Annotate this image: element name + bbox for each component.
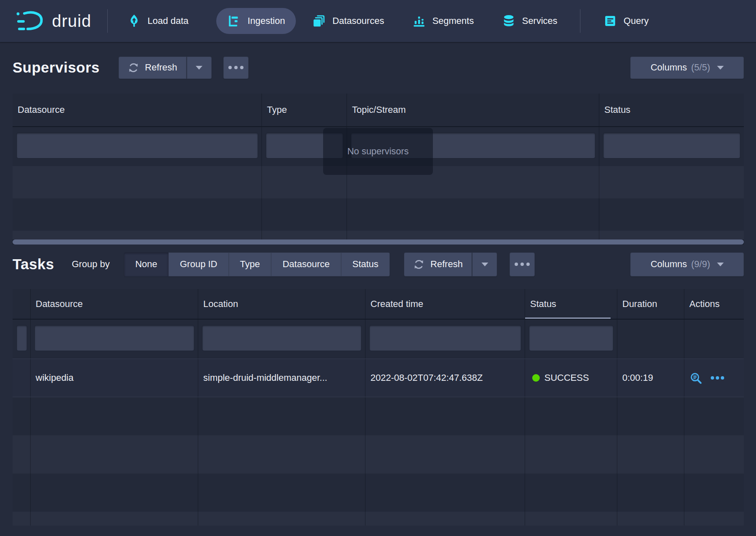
filter-input-status[interactable] [603,133,740,158]
cell-location: simple-druid-middlemanager... [198,359,365,397]
nav-item-datasources[interactable]: Datasources [310,8,386,34]
top-nav: druid Load data Ing [0,0,756,42]
sort-indicator [525,317,611,319]
nav-item-label: Services [522,16,557,26]
column-header-duration[interactable]: Duration [617,289,684,319]
status-success-dot [532,374,540,382]
cell-datasource: wikipedia [31,359,198,397]
filter-input-created-time[interactable] [370,325,521,351]
group-by-type-button[interactable]: Type [229,252,272,276]
services-icon [502,14,516,28]
column-header-datasource[interactable]: Datasource [13,94,262,126]
task-row-wikipedia[interactable]: wikipedia simple-druid-middlemanager... … [13,359,744,397]
refresh-button[interactable]: Refresh [119,57,186,79]
column-header-status[interactable]: Status [525,289,617,319]
supervisors-toolbar: Supervisors Refresh [13,56,744,79]
nav-item-label: Load data [148,16,189,26]
supervisors-table-header: Datasource Type Topic/Stream Status [13,94,744,127]
load-data-icon [127,14,141,28]
nav-item-load-data[interactable]: Load data [125,8,190,34]
tasks-table: Datasource Location Created time Status … [13,289,744,526]
table-row [13,231,744,239]
druid-console: druid Load data Ing [0,0,756,536]
columns-count: (5/5) [691,62,710,73]
supervisors-columns-button[interactable]: Columns (5/5) [630,57,744,79]
chevron-down-icon [482,263,488,266]
nav-divider [107,9,108,33]
nav-divider [580,9,580,33]
column-header-spacer [13,289,31,319]
table-row [13,198,744,231]
group-by-label: Group by [72,259,110,270]
column-header-topic-stream[interactable]: Topic/Stream [347,94,599,126]
empty-state: No supervisors [323,128,433,175]
tasks-refresh-split: Refresh [404,252,497,276]
tasks-columns-button[interactable]: Columns (9/9) [630,252,744,276]
supervisors-more-button[interactable] [223,57,249,79]
supervisors-refresh-split: Refresh [119,57,212,79]
more-icon [228,66,243,69]
druid-logo[interactable]: druid [15,9,91,33]
nav-item-query[interactable]: Query [601,8,650,34]
refresh-interval-dropdown[interactable] [472,252,497,276]
more-icon [515,263,530,266]
tasks-title: Tasks [13,256,54,273]
refresh-icon [128,62,139,73]
cell-duration: 0:00:19 [617,359,684,397]
column-header-status[interactable]: Status [599,94,744,126]
segments-icon [412,14,426,28]
tasks-section: Tasks Group by None Group ID Type Dataso… [0,252,756,526]
filter-input-status[interactable] [529,325,613,351]
group-by-datasource-button[interactable]: Datasource [271,252,341,276]
status-badge: SUCCESS [544,372,589,383]
tasks-toolbar: Tasks Group by None Group ID Type Dataso… [13,252,744,276]
refresh-icon [413,259,425,270]
group-by-group-id-button[interactable]: Group ID [168,252,228,276]
group-by-none-button[interactable]: None [124,252,169,276]
group-by-status-button[interactable]: Status [341,252,390,276]
task-detail-button[interactable] [689,372,702,385]
query-icon [603,14,617,28]
nav-item-label: Segments [432,16,474,26]
nav-item-services[interactable]: Services [500,8,559,34]
cell-status: SUCCESS [525,359,617,397]
nav-item-segments[interactable]: Segments [410,8,476,34]
refresh-label: Refresh [430,259,463,270]
columns-label: Columns [650,259,687,270]
refresh-button[interactable]: Refresh [404,252,472,276]
nav-item-label: Ingestion [248,16,285,26]
supervisors-section: Supervisors Refresh [0,56,756,245]
horizontal-scrollbar[interactable] [13,239,744,245]
cell-actions [684,359,744,397]
task-actions-button[interactable] [711,376,724,380]
filter-input-datasource[interactable] [17,133,258,158]
filter-input-location[interactable] [202,325,361,351]
filter-input-row-group[interactable] [17,325,27,351]
chevron-down-icon [717,263,724,266]
column-header-created-time[interactable]: Created time [365,289,525,319]
druid-logo-icon [15,9,46,33]
columns-count: (9/9) [691,259,710,270]
column-header-actions: Actions [684,289,744,319]
chevron-down-icon [717,66,724,70]
nav-item-label: Query [624,16,649,26]
refresh-interval-dropdown[interactable] [186,57,212,79]
empty-state-message: No supervisors [347,146,409,157]
supervisors-table: Datasource Type Topic/Stream Status [13,94,744,245]
cell-created-time: 2022-08-02T07:42:47.638Z [365,359,525,397]
ingestion-icon [227,14,241,28]
table-row [13,397,744,435]
tasks-more-button[interactable] [510,252,535,276]
datasources-icon [312,14,326,28]
refresh-label: Refresh [145,62,177,73]
column-header-datasource[interactable]: Datasource [31,289,198,319]
column-header-location[interactable]: Location [198,289,365,319]
column-header-type[interactable]: Type [262,94,347,126]
nav-item-ingestion[interactable]: Ingestion [216,8,296,34]
filter-input-datasource[interactable] [35,325,194,351]
supervisors-title: Supervisors [13,59,100,76]
table-row [13,512,744,526]
chevron-down-icon [196,66,202,70]
tasks-table-header: Datasource Location Created time Status … [13,289,744,320]
nav-item-label: Datasources [332,16,384,26]
